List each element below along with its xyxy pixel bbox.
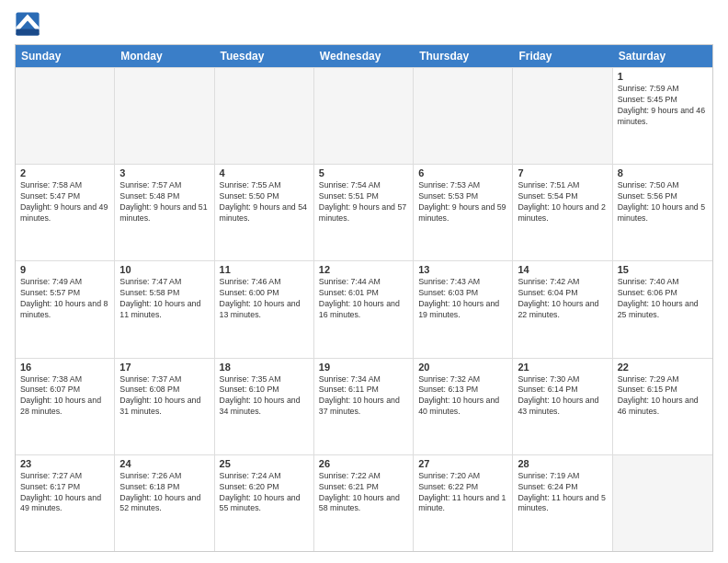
day-number: 13 [418, 264, 507, 275]
day-number: 7 [518, 167, 607, 178]
page: SundayMondayTuesdayWednesdayThursdayFrid… [0, 0, 728, 563]
cal-row-1: 2Sunrise: 7:58 AM Sunset: 5:47 PM Daylig… [16, 164, 712, 260]
day-info: Sunrise: 7:29 AM Sunset: 6:15 PM Dayligh… [618, 374, 708, 419]
cal-cell-r2c5: 14Sunrise: 7:42 AM Sunset: 6:04 PM Dayli… [513, 261, 612, 357]
cal-header-thursday: Thursday [414, 45, 513, 67]
cal-cell-r3c2: 18Sunrise: 7:35 AM Sunset: 6:10 PM Dayli… [215, 359, 314, 454]
cal-cell-r4c6 [613, 455, 712, 551]
day-number: 27 [418, 458, 507, 469]
cal-cell-r2c2: 11Sunrise: 7:46 AM Sunset: 6:00 PM Dayli… [215, 261, 314, 357]
cal-row-3: 16Sunrise: 7:38 AM Sunset: 6:07 PM Dayli… [16, 358, 712, 454]
day-info: Sunrise: 7:42 AM Sunset: 6:04 PM Dayligh… [518, 277, 607, 321]
svg-rect-2 [16, 29, 39, 36]
day-info: Sunrise: 7:32 AM Sunset: 6:13 PM Dayligh… [418, 374, 507, 419]
cal-cell-r1c6: 8Sunrise: 7:50 AM Sunset: 5:56 PM Daylig… [613, 165, 712, 260]
day-number: 21 [518, 362, 607, 373]
cal-cell-r1c1: 3Sunrise: 7:57 AM Sunset: 5:48 PM Daylig… [115, 165, 214, 260]
day-number: 3 [119, 167, 209, 178]
day-number: 12 [319, 264, 408, 275]
day-info: Sunrise: 7:51 AM Sunset: 5:54 PM Dayligh… [518, 180, 607, 224]
logo-icon [15, 11, 40, 37]
day-number: 4 [220, 167, 309, 178]
cal-cell-r3c0: 16Sunrise: 7:38 AM Sunset: 6:07 PM Dayli… [16, 359, 115, 454]
cal-cell-r4c3: 26Sunrise: 7:22 AM Sunset: 6:21 PM Dayli… [314, 455, 414, 551]
day-info: Sunrise: 7:57 AM Sunset: 5:48 PM Dayligh… [119, 180, 209, 224]
day-info: Sunrise: 7:24 AM Sunset: 6:20 PM Dayligh… [220, 471, 309, 515]
day-number: 26 [319, 458, 408, 469]
cal-cell-r3c1: 17Sunrise: 7:37 AM Sunset: 6:08 PM Dayli… [115, 359, 214, 454]
day-number: 8 [618, 167, 708, 178]
cal-header-monday: Monday [115, 45, 214, 67]
day-number: 5 [319, 167, 408, 178]
day-number: 28 [518, 458, 607, 469]
header [15, 11, 713, 37]
day-info: Sunrise: 7:22 AM Sunset: 6:21 PM Dayligh… [319, 471, 408, 515]
day-info: Sunrise: 7:35 AM Sunset: 6:10 PM Dayligh… [220, 374, 309, 419]
day-info: Sunrise: 7:59 AM Sunset: 5:45 PM Dayligh… [618, 84, 708, 128]
cal-cell-r4c0: 23Sunrise: 7:27 AM Sunset: 6:17 PM Dayli… [16, 455, 115, 551]
day-number: 9 [20, 264, 109, 275]
cal-cell-r4c5: 28Sunrise: 7:19 AM Sunset: 6:24 PM Dayli… [513, 455, 612, 551]
cal-cell-r1c2: 4Sunrise: 7:55 AM Sunset: 5:50 PM Daylig… [215, 165, 314, 260]
day-number: 10 [119, 264, 209, 275]
day-info: Sunrise: 7:49 AM Sunset: 5:57 PM Dayligh… [20, 277, 109, 321]
cal-cell-r2c4: 13Sunrise: 7:43 AM Sunset: 6:03 PM Dayli… [414, 261, 513, 357]
cal-cell-r0c0 [16, 68, 115, 164]
cal-cell-r3c5: 21Sunrise: 7:30 AM Sunset: 6:14 PM Dayli… [513, 359, 612, 454]
day-number: 24 [119, 458, 209, 469]
day-info: Sunrise: 7:19 AM Sunset: 6:24 PM Dayligh… [518, 471, 607, 515]
cal-cell-r1c0: 2Sunrise: 7:58 AM Sunset: 5:47 PM Daylig… [16, 165, 115, 260]
day-number: 6 [418, 167, 507, 178]
day-info: Sunrise: 7:20 AM Sunset: 6:22 PM Dayligh… [418, 471, 507, 515]
cal-header-sunday: Sunday [16, 45, 115, 67]
day-number: 16 [20, 362, 109, 373]
cal-cell-r0c4 [414, 68, 513, 164]
day-info: Sunrise: 7:26 AM Sunset: 6:18 PM Dayligh… [119, 471, 209, 515]
day-number: 20 [418, 362, 507, 373]
day-number: 17 [119, 362, 209, 373]
day-number: 19 [319, 362, 408, 373]
cal-cell-r4c1: 24Sunrise: 7:26 AM Sunset: 6:18 PM Dayli… [115, 455, 214, 551]
day-number: 23 [20, 458, 109, 469]
day-number: 1 [618, 71, 708, 82]
day-number: 25 [220, 458, 309, 469]
day-info: Sunrise: 7:37 AM Sunset: 6:08 PM Dayligh… [119, 374, 209, 419]
day-number: 2 [20, 167, 109, 178]
calendar-header-row: SundayMondayTuesdayWednesdayThursdayFrid… [16, 45, 712, 67]
day-number: 18 [220, 362, 309, 373]
day-info: Sunrise: 7:55 AM Sunset: 5:50 PM Dayligh… [220, 180, 309, 224]
cal-cell-r0c6: 1Sunrise: 7:59 AM Sunset: 5:45 PM Daylig… [613, 68, 712, 164]
cal-cell-r4c2: 25Sunrise: 7:24 AM Sunset: 6:20 PM Dayli… [215, 455, 314, 551]
cal-cell-r0c2 [215, 68, 314, 164]
cal-cell-r2c6: 15Sunrise: 7:40 AM Sunset: 6:06 PM Dayli… [613, 261, 712, 357]
cal-cell-r0c3 [314, 68, 414, 164]
cal-cell-r0c1 [115, 68, 214, 164]
cal-header-tuesday: Tuesday [215, 45, 314, 67]
cal-cell-r2c3: 12Sunrise: 7:44 AM Sunset: 6:01 PM Dayli… [314, 261, 414, 357]
cal-cell-r2c0: 9Sunrise: 7:49 AM Sunset: 5:57 PM Daylig… [16, 261, 115, 357]
day-info: Sunrise: 7:38 AM Sunset: 6:07 PM Dayligh… [20, 374, 109, 419]
day-info: Sunrise: 7:47 AM Sunset: 5:58 PM Dayligh… [119, 277, 209, 321]
cal-cell-r2c1: 10Sunrise: 7:47 AM Sunset: 5:58 PM Dayli… [115, 261, 214, 357]
day-info: Sunrise: 7:43 AM Sunset: 6:03 PM Dayligh… [418, 277, 507, 321]
day-info: Sunrise: 7:50 AM Sunset: 5:56 PM Dayligh… [618, 180, 708, 224]
cal-cell-r3c3: 19Sunrise: 7:34 AM Sunset: 6:11 PM Dayli… [314, 359, 414, 454]
day-number: 22 [618, 362, 708, 373]
day-info: Sunrise: 7:53 AM Sunset: 5:53 PM Dayligh… [418, 180, 507, 224]
cal-header-friday: Friday [513, 45, 612, 67]
cal-cell-r3c6: 22Sunrise: 7:29 AM Sunset: 6:15 PM Dayli… [613, 359, 712, 454]
day-number: 14 [518, 264, 607, 275]
cal-cell-r3c4: 20Sunrise: 7:32 AM Sunset: 6:13 PM Dayli… [414, 359, 513, 454]
day-info: Sunrise: 7:34 AM Sunset: 6:11 PM Dayligh… [319, 374, 408, 419]
cal-row-0: 1Sunrise: 7:59 AM Sunset: 5:45 PM Daylig… [16, 67, 712, 164]
cal-header-saturday: Saturday [613, 45, 712, 67]
cal-cell-r1c3: 5Sunrise: 7:54 AM Sunset: 5:51 PM Daylig… [314, 165, 414, 260]
cal-cell-r1c5: 7Sunrise: 7:51 AM Sunset: 5:54 PM Daylig… [513, 165, 612, 260]
day-info: Sunrise: 7:30 AM Sunset: 6:14 PM Dayligh… [518, 374, 607, 419]
day-number: 11 [220, 264, 309, 275]
day-info: Sunrise: 7:54 AM Sunset: 5:51 PM Dayligh… [319, 180, 408, 224]
day-info: Sunrise: 7:58 AM Sunset: 5:47 PM Dayligh… [20, 180, 109, 224]
day-info: Sunrise: 7:40 AM Sunset: 6:06 PM Dayligh… [618, 277, 708, 321]
cal-cell-r4c4: 27Sunrise: 7:20 AM Sunset: 6:22 PM Dayli… [414, 455, 513, 551]
cal-cell-r0c5 [513, 68, 612, 164]
